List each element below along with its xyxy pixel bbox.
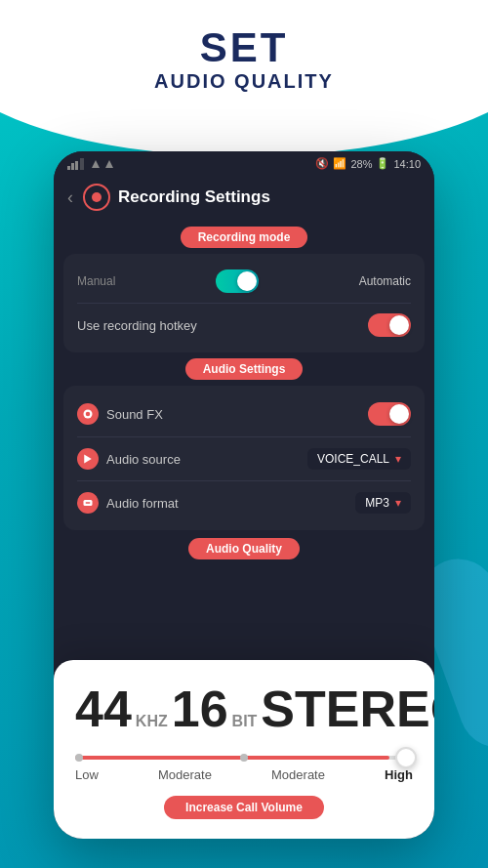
audio-source-icon — [77, 448, 99, 470]
slider-labels: Low Moderate Moderate High — [75, 767, 413, 782]
header-set: SET — [0, 27, 488, 68]
audio-format-label-group: Audio format — [77, 492, 179, 514]
bits-value: 16 — [172, 683, 228, 734]
audio-source-label: Audio source — [106, 452, 181, 467]
hotkey-toggle[interactable] — [368, 313, 411, 337]
audio-settings-section: Audio Settings — [54, 358, 434, 380]
label-moderate1: Moderate — [158, 767, 212, 782]
phone-frame: 🔇 📶 28% 🔋 14:10 ‹ Recording Settings Rec… — [54, 151, 434, 839]
label-moderate2: Moderate — [271, 767, 325, 782]
svg-rect-0 — [67, 166, 70, 170]
sound-fx-label: Sound FX — [106, 407, 163, 422]
hotkey-label: Use recording hotkey — [77, 318, 197, 333]
mute-icon: 🔇 — [315, 157, 329, 170]
sound-fx-icon — [77, 403, 99, 425]
audio-format-value: MP3 — [365, 496, 389, 510]
slider-dot-moderate1 — [240, 754, 248, 762]
hotkey-row: Use recording hotkey — [77, 306, 411, 345]
slider-track[interactable] — [75, 756, 413, 760]
audio-format-row: Audio format MP3 ▾ — [77, 483, 411, 522]
slider-dot-row — [75, 756, 413, 762]
audio-settings-badge[interactable]: Audio Settings — [185, 358, 304, 380]
header-subtitle: AUDIO QUALITY — [0, 70, 488, 93]
app-title: Recording Settings — [118, 187, 270, 207]
triangle-icon — [91, 159, 101, 169]
chevron-down-icon2: ▾ — [395, 496, 401, 510]
audio-quality-section: Audio Quality — [54, 538, 434, 559]
increase-call-volume-section: Increase Call Volume — [75, 796, 413, 819]
audio-format-icon — [77, 492, 99, 514]
record-icon — [83, 184, 110, 211]
manual-label: Manual — [77, 274, 115, 288]
time-display: 14:10 — [393, 158, 421, 170]
sound-fx-row: Sound FX — [77, 393, 411, 434]
label-high: High — [385, 767, 413, 782]
slider-thumb[interactable] — [395, 747, 417, 768]
page-header: SET AUDIO QUALITY — [0, 27, 488, 93]
divider2 — [77, 436, 411, 437]
status-right: 🔇 📶 28% 🔋 14:10 — [315, 157, 421, 170]
slider-dot-low — [75, 754, 83, 762]
audio-quality-popup: 44 KHZ 16 BIT STEREO Low Moderate Modera… — [54, 660, 434, 839]
wifi-icon: 📶 — [333, 157, 346, 170]
audio-quality-badge[interactable]: Audio Quality — [188, 538, 300, 559]
signal-icon — [67, 158, 87, 170]
sound-fx-thumb — [389, 404, 409, 424]
svg-marker-4 — [92, 160, 100, 168]
quality-slider-container — [75, 756, 413, 760]
svg-rect-9 — [86, 502, 91, 504]
label-low: Low — [75, 767, 99, 782]
manual-auto-row: Manual Automatic — [77, 262, 411, 301]
automatic-label: Automatic — [359, 274, 411, 288]
mode-toggle[interactable] — [216, 269, 259, 293]
hotkey-thumb — [389, 315, 409, 335]
svg-marker-3 — [80, 158, 84, 170]
rec-dot — [92, 192, 102, 202]
audio-quality-numbers: 44 KHZ 16 BIT STEREO — [75, 680, 413, 738]
audio-format-dropdown[interactable]: MP3 ▾ — [355, 492, 411, 514]
battery-text: 28% — [350, 158, 372, 170]
frequency-value: 44 — [75, 683, 132, 734]
battery-icon: 🔋 — [376, 157, 389, 170]
chevron-down-icon: ▾ — [395, 452, 401, 466]
recording-mode-section: Recording mode — [54, 227, 434, 248]
svg-marker-5 — [105, 160, 113, 168]
divider3 — [77, 480, 411, 481]
status-bar: 🔇 📶 28% 🔋 14:10 — [54, 151, 434, 176]
increase-call-volume-button[interactable]: Increase Call Volume — [164, 796, 324, 819]
toggle-thumb — [237, 271, 257, 291]
sound-fx-label-group: Sound FX — [77, 403, 163, 425]
recording-mode-badge[interactable]: Recording mode — [181, 227, 308, 248]
triangle-icon2 — [104, 159, 114, 169]
frequency-unit: KHZ — [136, 713, 168, 730]
sound-fx-toggle[interactable] — [368, 402, 411, 426]
stereo-label: STEREO — [261, 680, 434, 738]
svg-rect-2 — [75, 161, 78, 170]
bits-unit: BIT — [232, 713, 258, 730]
divider — [77, 303, 411, 304]
audio-source-value: VOICE_CALL — [317, 452, 389, 466]
back-button[interactable]: ‹ — [67, 187, 73, 208]
audio-source-row: Audio source VOICE_CALL ▾ — [77, 439, 411, 478]
audio-settings-card: Sound FX Audio source VOICE_CALL ▾ — [63, 386, 425, 530]
audio-source-dropdown[interactable]: VOICE_CALL ▾ — [307, 448, 411, 470]
recording-mode-card: Manual Automatic Use recording hotkey — [63, 254, 425, 352]
status-left-icons — [67, 158, 114, 170]
svg-rect-1 — [71, 163, 74, 170]
app-header: ‹ Recording Settings — [54, 176, 434, 221]
svg-point-7 — [86, 412, 91, 417]
audio-source-label-group: Audio source — [77, 448, 181, 470]
audio-format-label: Audio format — [106, 496, 179, 511]
